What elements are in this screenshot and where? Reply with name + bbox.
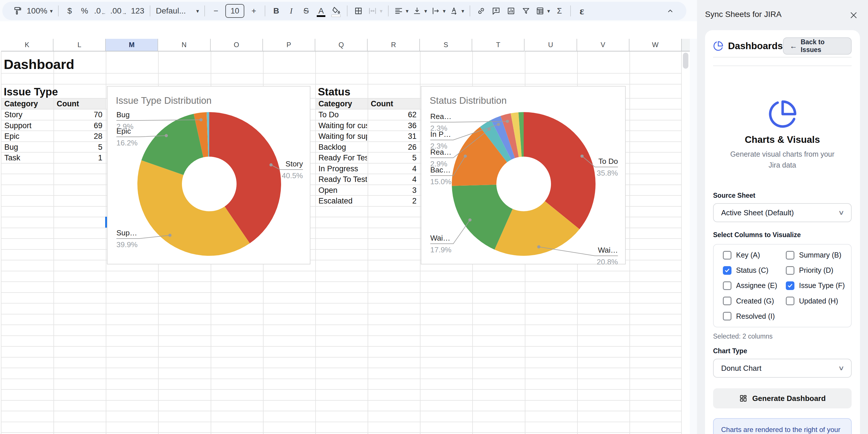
column-header-Q[interactable]: Q [315,39,368,52]
checkbox-option-created-g[interactable]: Created (G) [719,294,782,308]
font-name-label: Defaul... [156,6,186,16]
zoom-select-button[interactable]: 100%▾ [27,4,53,18]
checkbox-unchecked[interactable] [786,266,795,275]
decrease-decimal-label: .0 [94,6,101,16]
checkbox-option-priority-d[interactable]: Priority (D) [782,264,845,277]
column-header-P[interactable]: P [263,39,315,52]
generate-dashboard-button[interactable]: Generate Dashboard [713,388,851,408]
vertical-scrollbar[interactable] [682,39,690,434]
toolbar-separator [150,5,150,17]
issue-type-table-header-count: Count [57,99,103,108]
chart-type-select[interactable]: Donut Chart ∨ [713,359,851,378]
status-table-row-category: Ready To Test [318,175,367,184]
checkbox-option-resolved-i[interactable]: Resolved (I) [719,309,782,323]
italic-button[interactable]: I [286,4,297,18]
scrollbar-thumb[interactable] [683,53,688,69]
insert-link-icon[interactable] [476,4,487,18]
color-swatch [331,15,341,17]
issue-type-table-title: Issue Type [4,86,58,98]
decrease-decimal-button[interactable]: .0← [94,4,106,18]
checkbox-checked[interactable] [786,281,795,290]
more-formats-button[interactable]: 123 [131,4,144,18]
hero-subtitle: Generate visual charts from your Jira da… [713,149,851,170]
font-size-button[interactable]: 10 [225,4,244,18]
bold-button[interactable]: B [271,4,282,18]
column-header-R[interactable]: R [368,39,420,52]
formula-epsilon-button[interactable]: ε [576,4,587,18]
format-currency-button[interactable]: $ [64,4,75,18]
column-header-S[interactable]: S [420,39,472,52]
increase-font-size-label: + [251,6,256,16]
font-name-button[interactable]: Defaul...▾ [156,4,199,18]
checkbox-label: Priority (D) [799,266,833,275]
dashboard-icon [739,394,748,403]
text-rotation-icon[interactable]: ▾ [450,4,464,18]
filter-icon[interactable] [521,4,531,18]
formula-epsilon-label: ε [580,5,584,17]
checkbox-unchecked[interactable] [723,312,732,320]
status-table-row-count: 31 [371,132,416,141]
column-header-V[interactable]: V [577,39,629,52]
checkbox-unchecked[interactable] [786,297,795,305]
source-sheet-select[interactable]: Active Sheet (Default) ∨ [713,203,851,222]
collapse-toolbar-button[interactable] [665,4,676,18]
status-table-row-category: To Do [318,111,367,119]
sidebar-title: Sync Sheets for JIRA [705,10,781,19]
gridline [1,324,682,325]
close-icon[interactable] [849,10,859,20]
spreadsheet-grid[interactable]: KLMNOPQRSTUVWDashboardIssue TypeCategory… [0,39,690,434]
column-header-T[interactable]: T [472,39,525,52]
checkbox-checked[interactable] [723,266,732,275]
column-header-N[interactable]: N [158,39,210,52]
italic-label: I [290,6,292,16]
increase-decimal-button[interactable]: .00→ [111,4,127,18]
column-header-M[interactable]: M [106,39,158,52]
gridline [1,314,682,314]
checkbox-unchecked[interactable] [723,251,732,259]
checkbox-option-status-c[interactable]: Status (C) [719,264,782,277]
column-header-U[interactable]: U [525,39,577,52]
checkbox-option-updated-h[interactable]: Updated (H) [782,294,845,308]
table-views-icon[interactable]: ▾ [535,4,550,18]
issue-type-table-row-count: 5 [57,143,102,152]
checkbox-unchecked[interactable] [786,251,795,259]
borders-icon[interactable] [353,4,364,18]
column-header-L[interactable]: L [54,39,106,52]
checkbox-option-key-a[interactable]: Key (A) [719,248,782,262]
fill-color-icon[interactable] [331,4,341,18]
increase-font-size-button[interactable]: + [248,4,259,18]
insert-chart-icon[interactable] [505,4,517,18]
dropdown-caret-icon: ▾ [380,8,382,14]
slice-label: To Do [532,157,618,166]
format-percent-button[interactable]: % [79,4,90,18]
checkbox-option-summary-b[interactable]: Summary (B) [782,248,845,262]
status-table-row-category: Backlog [318,143,367,152]
insert-comment-icon[interactable] [491,4,501,18]
chart-issue-type[interactable]: Issue Type DistributionBug2.9%Epic16.2%S… [107,86,310,265]
zoom-select-label: 100% [27,6,48,16]
checkbox-unchecked[interactable] [723,281,732,290]
column-header-W[interactable]: W [629,39,682,52]
font-size-value[interactable]: 10 [225,4,244,18]
gridline [1,378,682,379]
text-color-button[interactable]: A [316,4,327,18]
back-to-issues-button[interactable]: ← Back to Issues [783,37,851,55]
slice-label: In P… [430,130,451,139]
toolbar-separator [204,5,205,17]
checkbox-option-issue-type-f[interactable]: Issue Type (F) [782,279,845,292]
horizontal-align-icon[interactable]: ▾ [394,4,409,18]
strikethrough-button[interactable]: S [301,4,312,18]
chart-status[interactable]: Status DistributionRea…2.3%In P…2.3%Rea…… [421,86,626,265]
decrease-font-size-button[interactable]: − [210,4,221,18]
checkbox-unchecked[interactable] [723,297,732,305]
dropdown-caret-icon: ▾ [461,8,464,14]
gridline [1,411,682,411]
functions-button[interactable]: Σ [554,4,565,18]
format-paint-icon[interactable] [12,4,23,18]
column-header-O[interactable]: O [211,39,263,52]
checkbox-option-assignee-e[interactable]: Assignee (E) [719,279,782,292]
checkbox-label: Updated (H) [799,297,838,305]
vertical-align-icon[interactable]: ▾ [412,4,427,18]
column-header-K[interactable]: K [1,39,54,52]
text-wrap-icon[interactable]: ▾ [431,4,446,18]
